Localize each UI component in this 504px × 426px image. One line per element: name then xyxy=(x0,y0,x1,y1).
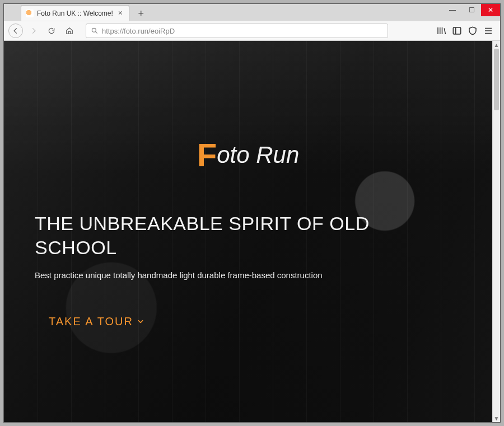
svg-rect-1 xyxy=(453,27,461,34)
tab-strip: Foto Run UK :: Welcome! × + — ☐ ✕ xyxy=(4,4,500,21)
logo-first-letter: F xyxy=(197,137,217,173)
tab-title: Foto Run UK :: Welcome! xyxy=(37,10,113,17)
logo-rest: oto Run xyxy=(217,142,299,168)
home-button[interactable] xyxy=(62,24,77,38)
arrow-left-icon xyxy=(12,27,20,35)
svg-point-0 xyxy=(92,28,96,32)
forward-button[interactable] xyxy=(26,24,41,38)
browser-window: Foto Run UK :: Welcome! × + — ☐ ✕ xyxy=(3,3,501,423)
library-icon[interactable] xyxy=(436,26,446,36)
scroll-down-icon[interactable]: ▼ xyxy=(493,414,500,422)
favicon-icon xyxy=(26,10,34,17)
maximize-button[interactable]: ☐ xyxy=(462,4,481,16)
hero-text-block: THE UNBREAKABLE SPIRIT OF OLD SCHOOL Bes… xyxy=(35,212,447,280)
shield-icon[interactable] xyxy=(468,26,478,36)
close-window-button[interactable]: ✕ xyxy=(481,4,500,16)
page-content: Foto Run THE UNBREAKABLE SPIRIT OF OLD S… xyxy=(4,41,492,422)
minimize-button[interactable]: — xyxy=(443,4,462,16)
browser-toolbar xyxy=(4,21,500,41)
chevron-down-icon xyxy=(137,317,144,327)
scroll-up-icon[interactable]: ▲ xyxy=(493,41,500,49)
arrow-right-icon xyxy=(30,27,38,35)
site-logo[interactable]: Foto Run xyxy=(197,136,300,174)
new-tab-button[interactable]: + xyxy=(134,6,148,21)
vertical-scrollbar[interactable]: ▲ ▼ xyxy=(492,41,500,422)
window-controls: — ☐ ✕ xyxy=(443,4,500,16)
url-input[interactable] xyxy=(102,27,383,35)
reload-button[interactable] xyxy=(44,24,59,38)
search-icon xyxy=(91,27,99,35)
back-button[interactable] xyxy=(8,24,23,38)
hero-headline: THE UNBREAKABLE SPIRIT OF OLD SCHOOL xyxy=(35,212,447,259)
toolbar-right-icons xyxy=(436,26,496,36)
menu-icon[interactable] xyxy=(483,26,493,36)
sidebar-icon[interactable] xyxy=(452,26,462,36)
reload-icon xyxy=(48,27,55,35)
browser-tab[interactable]: Foto Run UK :: Welcome! × xyxy=(21,5,129,21)
hero-subheadline: Best practice unique totally handmade li… xyxy=(35,270,447,280)
home-icon xyxy=(66,27,73,35)
close-tab-icon[interactable]: × xyxy=(116,10,124,17)
hero-section: Foto Run THE UNBREAKABLE SPIRIT OF OLD S… xyxy=(4,41,492,422)
address-bar[interactable] xyxy=(86,24,388,38)
scrollbar-thumb[interactable] xyxy=(494,49,499,110)
cta-label: TAKE A TOUR xyxy=(49,315,133,328)
page-viewport: Foto Run THE UNBREAKABLE SPIRIT OF OLD S… xyxy=(4,41,500,422)
take-a-tour-link[interactable]: TAKE A TOUR xyxy=(49,315,144,328)
